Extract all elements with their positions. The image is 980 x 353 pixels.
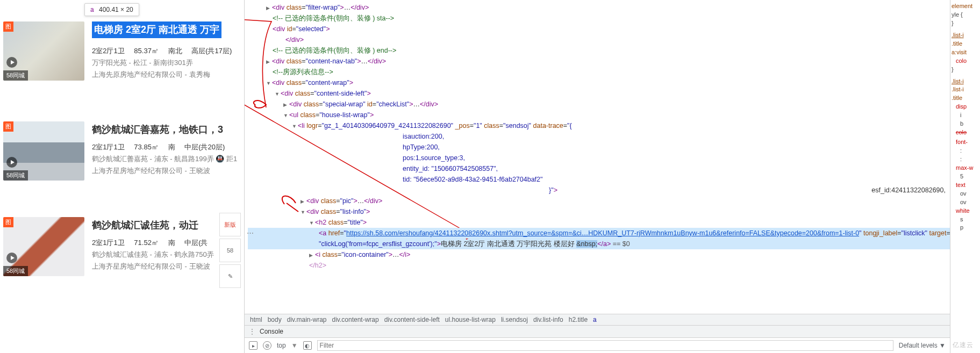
spec-floor: 中层(共 <box>184 239 208 247</box>
listing-thumbnail[interactable]: 图 58同城 <box>3 121 84 181</box>
crumb-item[interactable]: li.sendsoj <box>501 316 528 323</box>
style-rule: .title <box>952 94 979 103</box>
selected-dom-node[interactable]: ⋯ <a href="https://sh.58.com/ershoufang/… <box>248 228 950 239</box>
anchor-href[interactable]: https://sh.58.com/ershoufang/42411322082… <box>346 229 859 237</box>
style-rule: } <box>952 19 979 28</box>
listing[interactable]: 图 58同城 鹤沙航城汇善嘉苑，地铁口，3 2室1厅1卫 73.85㎡ 南 中层… <box>0 118 244 186</box>
style-rule: .list-i <box>952 77 979 86</box>
play-icon[interactable] <box>6 57 17 68</box>
spec-area: 85.37㎡ <box>134 47 159 55</box>
dollar-zero: == $0 <box>611 240 630 248</box>
crumb-item[interactable]: body <box>268 316 282 323</box>
toggle-drawer-icon[interactable]: ▸ <box>249 341 257 350</box>
crumb-item[interactable]: div.content-wrap <box>332 316 379 323</box>
thumb-tag-icon: 图 <box>3 121 13 132</box>
code-line: isauction:200, <box>403 133 444 140</box>
spec-rooms: 2室1厅1卫 <box>92 239 125 247</box>
listing-agency: 上海齐星房地产经纪有限公司 - 王晓波 <box>92 261 241 272</box>
elements-panel[interactable]: <div class="filter-wrap">…</div> <!-- 已选… <box>245 0 950 314</box>
console-toolbar: ▸ ⊘ top▼ ◐ Default levels ▼ 亿速云 <box>245 337 950 353</box>
style-rule: : <box>952 147 979 155</box>
thumb-source-badge: 58同城 <box>3 170 28 181</box>
listing[interactable]: 图 58同城 电梯房 2室2厅 南北通透 万宇 2室2厅1卫 85.37㎡ 南北… <box>0 18 244 86</box>
style-rule: font- <box>952 138 979 147</box>
listing-agency: 上海齐星房地产经纪有限公司 - 王晓波 <box>92 165 241 177</box>
filter-input[interactable] <box>317 340 893 351</box>
listing-spec: 2室2厅1卫 85.37㎡ 南北 高层(共17层) <box>92 45 241 57</box>
style-rule: colo <box>952 128 979 137</box>
style-rule: 5 <box>952 172 979 181</box>
thumb-source-badge: 58同城 <box>3 266 28 276</box>
console-label: Console <box>260 328 283 335</box>
style-rule: : <box>952 155 979 164</box>
crumb-item[interactable]: div.content-side-left <box>384 316 440 323</box>
html-comment: <!-- 已选的筛选条件(朝向、装修 ) sta--> <box>273 15 394 22</box>
style-rule: a:visit <box>952 48 979 57</box>
eye-icon[interactable]: ◐ <box>303 341 312 350</box>
styles-panel[interactable]: element yle { } .list-i .title a:visit c… <box>950 0 980 353</box>
context-selector[interactable]: top <box>277 342 286 349</box>
style-rule: white <box>952 207 979 215</box>
console-header[interactable]: ⋮ Console <box>245 325 950 337</box>
listing-spec: 2室1厅1卫 73.85㎡ 南 中层(共20层) <box>92 141 241 153</box>
style-rule: .list-i <box>952 85 979 94</box>
listing-address: 鹤沙航城汇诚佳苑 - 浦东 - 鹤永路750弄 <box>92 249 241 261</box>
listing[interactable]: 图 58同城 鹤沙航城汇诚佳苑，动迁 2室1厅1卫 71.52㎡ 南 中层(共 … <box>0 214 244 282</box>
spec-face: 南 <box>168 143 175 151</box>
style-rule: disp <box>952 103 979 111</box>
crumb-item[interactable]: html <box>250 316 262 323</box>
clear-console-icon[interactable]: ⊘ <box>263 341 271 350</box>
float-58-icon[interactable]: 58 <box>219 239 241 262</box>
play-icon[interactable] <box>6 157 17 168</box>
style-rule: .list-i <box>952 31 979 40</box>
listing-title[interactable]: 鹤沙航城汇诚佳苑，动迁 <box>92 217 241 234</box>
listing-agency: 上海先原房地产经纪有限公司 - 袁秀梅 <box>92 69 241 81</box>
crumb-item[interactable]: div.main-wrap <box>287 316 327 323</box>
float-new-version[interactable]: 新版 <box>219 213 241 236</box>
style-rule: i <box>952 111 979 120</box>
spec-face: 南北 <box>168 47 182 55</box>
crumb-item[interactable]: div.list-info <box>533 316 563 323</box>
devtools-pane: <div class="filter-wrap">…</div> <!-- 已选… <box>244 0 950 353</box>
crumb-item[interactable]: h2.title <box>569 316 588 323</box>
spec-floor: 高层(共17层) <box>191 47 232 55</box>
style-rule: text <box>952 181 979 190</box>
listing-info: 鹤沙航城汇善嘉苑，地铁口，3 2室1厅1卫 73.85㎡ 南 中层(共20层) … <box>92 121 241 181</box>
style-rule: b <box>952 120 979 128</box>
crumb-item[interactable]: ul.house-list-wrap <box>445 316 496 323</box>
tooltip-tag: a <box>90 6 94 13</box>
listing-thumbnail[interactable]: 图 58同城 <box>3 21 84 81</box>
code-line: entity_id: "1506607542508557", <box>403 165 498 172</box>
log-levels-selector[interactable]: Default levels ▼ <box>899 342 946 349</box>
anchor-text: 电梯房 2室2厅 南北通透 万宇阳光苑 楼层好 <box>441 240 576 248</box>
thumb-tag-icon: 图 <box>3 217 13 227</box>
element-tooltip: a 400.41 × 20 <box>84 3 139 16</box>
spec-area: 73.85㎡ <box>134 143 159 151</box>
spec-floor: 中层(共20层) <box>184 143 225 151</box>
spec-face: 南 <box>168 239 175 247</box>
style-rule: ov <box>952 198 979 207</box>
float-edit-icon[interactable]: ✎ <box>219 264 241 288</box>
listing-address: 万宇阳光苑 - 松江 - 新南街301弄 <box>92 57 241 69</box>
style-rule: colo <box>952 57 979 66</box>
listing-address: 鹤沙航城汇善嘉苑 - 浦东 - 航昌路199弄 🚇 距1 <box>92 153 241 165</box>
code-line: pos:1,source_type:3, <box>403 154 465 162</box>
style-rule: } <box>952 66 979 74</box>
play-icon[interactable] <box>6 253 17 263</box>
crumb-item[interactable]: a <box>593 316 597 323</box>
style-rule: yle { <box>952 11 979 19</box>
breadcrumb[interactable]: html body div.main-wrap div.content-wrap… <box>245 314 950 325</box>
style-rule: element <box>952 2 979 11</box>
listing-info: 电梯房 2室2厅 南北通透 万宇 2室2厅1卫 85.37㎡ 南北 高层(共17… <box>92 21 241 81</box>
listing-title[interactable]: 电梯房 2室2厅 南北通透 万宇 <box>92 21 221 38</box>
tooltip-dims: 400.41 × 20 <box>99 6 133 13</box>
style-rule: .title <box>952 40 979 48</box>
listing-title[interactable]: 鹤沙航城汇善嘉苑，地铁口，3 <box>92 121 241 138</box>
html-comment: <!-- 已选的筛选条件(朝向、装修 ) end--> <box>273 47 396 54</box>
trace-esf-id: esf_id:42411322082690, <box>871 185 946 196</box>
listing-thumbnail[interactable]: 图 58同城 <box>3 217 84 276</box>
code-line: hpType:200, <box>403 143 440 151</box>
style-rule: p <box>952 224 979 232</box>
listing-info: 鹤沙航城汇诚佳苑，动迁 2室1厅1卫 71.52㎡ 南 中层(共 鹤沙航城汇诚佳… <box>92 217 241 276</box>
nbsp-entity: &nbsp; <box>576 240 597 248</box>
